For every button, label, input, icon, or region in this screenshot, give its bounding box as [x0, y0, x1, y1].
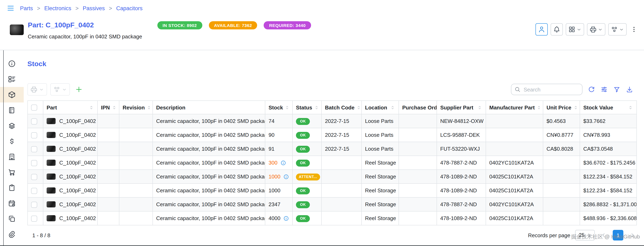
column-header-status[interactable]: Status: [292, 101, 322, 114]
stock-row[interactable]: C_100pF_0402Ceramic capacitor, 100pF in …: [28, 197, 637, 211]
column-header-location[interactable]: Location: [362, 101, 399, 114]
stock-row[interactable]: C_100pF_0402Ceramic capacitor, 100pF in …: [28, 114, 637, 128]
cell-revision: [119, 170, 153, 184]
cell-purchase-order: [399, 170, 437, 184]
sort-icon: [477, 105, 482, 110]
cell-revision: [119, 142, 153, 156]
sidebar-item-allocations[interactable]: [0, 102, 24, 118]
sidebar-item-details[interactable]: [0, 56, 24, 71]
add-stock-button[interactable]: [73, 83, 84, 96]
refresh-button[interactable]: [588, 86, 595, 93]
sidebar-item-stock[interactable]: [0, 87, 24, 102]
cell-select: [28, 170, 43, 184]
column-settings-button[interactable]: [600, 86, 608, 93]
cell-description: Ceramic capacitor, 100pF in 0402 SMD pac…: [153, 197, 265, 211]
barcode-dropdown[interactable]: [566, 23, 584, 35]
filter-button[interactable]: [613, 86, 620, 93]
stock-actions-dropdown[interactable]: [608, 23, 626, 35]
row-checkbox[interactable]: [31, 215, 37, 222]
column-header-supplier_part[interactable]: Supplier Part: [437, 101, 486, 114]
sidebar-item-purchase-orders[interactable]: [0, 165, 24, 180]
column-header-manufacturer_part[interactable]: Manufacturer Part: [486, 101, 543, 114]
stock-row[interactable]: C_100pF_0402Ceramic capacitor, 100pF in …: [28, 156, 637, 170]
row-checkbox[interactable]: [31, 188, 37, 194]
sidebar-item-used-in[interactable]: [0, 118, 24, 134]
in-stock-badge: IN STOCK: 8902: [157, 21, 202, 29]
column-header-stock_value[interactable]: Stock Value: [580, 101, 637, 114]
stock-row[interactable]: C_100pF_0402Ceramic capacitor, 100pF in …: [28, 170, 637, 184]
column-header-stock[interactable]: Stock: [265, 101, 292, 114]
row-checkbox[interactable]: [31, 202, 37, 208]
cell-status: ATTENT...: [292, 170, 322, 184]
printer-icon: [589, 26, 596, 33]
cell-part: C_100pF_0402: [43, 142, 98, 156]
sidebar-item-scheduling[interactable]: [0, 196, 24, 211]
column-header-ipn[interactable]: IPN: [98, 101, 119, 114]
cell-location: Reel Storage: [362, 184, 399, 197]
cell-purchase-order: [399, 156, 437, 170]
column-header-batch_code[interactable]: Batch Code: [322, 101, 362, 114]
notifications-button[interactable]: [550, 23, 563, 35]
part-image[interactable]: [10, 24, 24, 35]
cell-location: Reel Storage: [362, 170, 399, 184]
breadcrumb-link-passives[interactable]: Passives: [83, 5, 105, 11]
cell-unit-price: [543, 211, 580, 225]
search-input[interactable]: [511, 84, 582, 95]
cell-status: OK: [292, 114, 322, 128]
subscribe-button[interactable]: [535, 23, 548, 35]
column-header-revision[interactable]: Revision: [119, 101, 153, 114]
breadcrumb-bar: Parts>Electronics>Passives>Capacitors: [0, 0, 644, 16]
cell-revision: [119, 184, 153, 197]
sidebar-item-sales-orders[interactable]: [0, 180, 24, 196]
stock-row[interactable]: C_100pF_0402Ceramic capacitor, 100pF in …: [28, 184, 637, 197]
sidebar-item-parameters[interactable]: [0, 71, 24, 87]
cell-location: Reel Storage: [362, 197, 399, 211]
column-header-part[interactable]: Part: [43, 101, 98, 114]
cell-stock: 91: [265, 142, 292, 156]
part-thumbnail: [46, 132, 56, 138]
column-header-unit_price[interactable]: Unit Price: [543, 101, 580, 114]
print-dropdown[interactable]: [28, 83, 47, 96]
download-button[interactable]: [626, 86, 633, 93]
overflow-menu-button[interactable]: [629, 23, 638, 35]
stock-row[interactable]: C_100pF_0402Ceramic capacitor, 100pF in …: [28, 142, 637, 156]
refresh-icon: [588, 86, 595, 93]
cell-ipn: [98, 197, 119, 211]
cell-part: C_100pF_0402: [43, 114, 98, 128]
column-header-description[interactable]: Description: [153, 101, 265, 114]
cell-supplier-part: NEW-84812-OXW: [437, 114, 486, 128]
stock-row[interactable]: C_100pF_0402Ceramic capacitor, 100pF in …: [28, 211, 637, 225]
print-actions-dropdown[interactable]: [587, 23, 605, 35]
sidebar-item-attachments[interactable]: [0, 227, 24, 242]
breadcrumb-link-capacitors[interactable]: Capacitors: [116, 5, 143, 11]
info-circle-icon: [8, 60, 16, 68]
row-checkbox[interactable]: [31, 132, 37, 138]
sidebar-item-pricing[interactable]: [0, 134, 24, 149]
stock-operations-dropdown[interactable]: [50, 83, 70, 96]
part-header: Part: C_100pF_0402 IN STOCK: 8902AVAILAB…: [0, 16, 644, 50]
row-checkbox[interactable]: [31, 146, 37, 152]
select-all-checkbox[interactable]: [31, 105, 37, 111]
clipboard-icon: [8, 184, 16, 192]
breadcrumb-link-electronics[interactable]: Electronics: [44, 5, 71, 11]
row-checkbox[interactable]: [31, 118, 37, 124]
select-all-header: [28, 101, 43, 114]
cell-stock-value: $33.7662: [580, 114, 637, 128]
package-icon: [8, 91, 16, 99]
breadcrumb-link-parts[interactable]: Parts: [20, 5, 33, 11]
row-checkbox[interactable]: [31, 174, 37, 180]
cell-status: OK: [292, 184, 322, 197]
breadcrumb-separator: >: [37, 5, 40, 11]
cell-unit-price: $0.4563: [543, 114, 580, 128]
cell-purchase-order: [399, 184, 437, 197]
cell-manufacturer-part: 04025C101KAT2A: [486, 170, 543, 184]
row-checkbox[interactable]: [31, 160, 37, 166]
cell-description: Ceramic capacitor, 100pF in 0402 SMD pac…: [153, 170, 265, 184]
stock-row[interactable]: C_100pF_0402Ceramic capacitor, 100pF in …: [28, 128, 637, 142]
sidebar-item-suppliers[interactable]: [0, 149, 24, 165]
cell-purchase-order: [399, 128, 437, 142]
sidebar-item-related-parts[interactable]: [0, 211, 24, 227]
column-header-purchase_order[interactable]: Purchase Order: [399, 101, 437, 114]
menu-button[interactable]: [6, 4, 15, 12]
stock-panel: Stock: [24, 50, 644, 246]
